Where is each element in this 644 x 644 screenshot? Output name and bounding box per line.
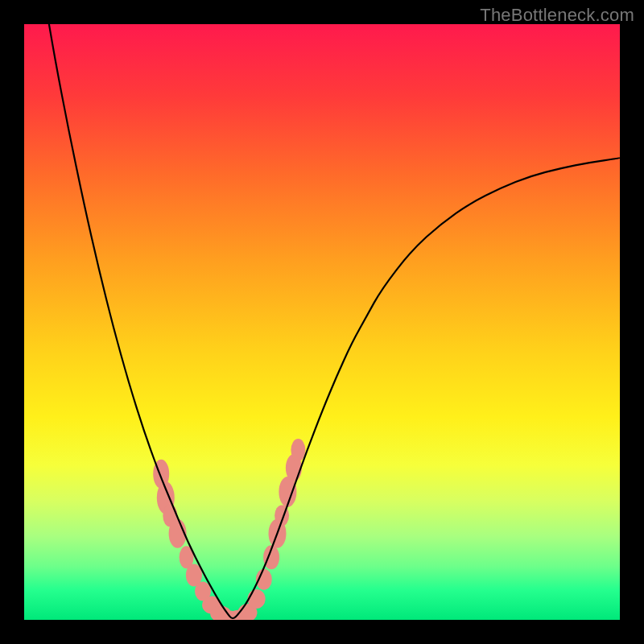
watermark-text: TheBottleneck.com [480,5,634,26]
v-curve [24,24,620,618]
highlight-blob [291,439,305,461]
chart-frame: TheBottleneck.com [0,0,644,644]
highlight-cluster-layer [153,439,305,620]
chart-svg [24,24,620,620]
plot-area [24,24,620,620]
highlight-blob [248,589,266,609]
